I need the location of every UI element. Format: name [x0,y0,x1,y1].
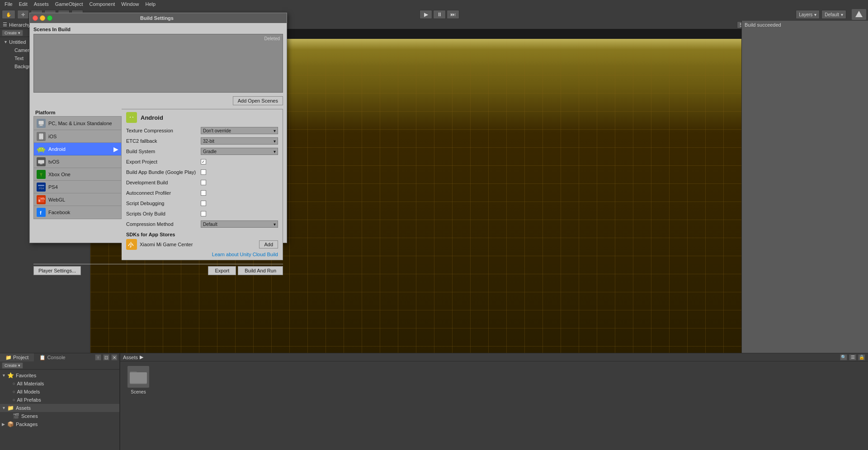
platform-item-facebook[interactable]: f Facebook [34,206,121,219]
tree-all-models[interactable]: ○ All Models [0,388,119,396]
platform-name-webgl: WebGL [48,197,65,202]
compression-method-dropdown[interactable]: Default ▾ [201,220,278,228]
svg-rect-26 [44,149,46,150]
svg-rect-12 [130,372,147,383]
build-system-value: Gradle [203,149,217,154]
scenes-list-deleted: Deleted [264,36,280,41]
menu-gameobject[interactable]: GameObject [52,0,86,8]
add-open-scenes-btn[interactable]: Add Open Scenes [233,96,283,105]
menu-help[interactable]: Help [142,0,158,8]
autoconnect-profiler-label: Autoconnect Profiler [126,190,201,196]
compression-method-arrow: ▾ [274,222,276,227]
assets-breadcrumb-bar: Assets ▶ 🔍 ☰ 🔒 [120,353,868,361]
tree-all-materials[interactable]: ○ All Materials [0,380,119,388]
export-project-checkbox[interactable] [201,159,206,164]
pause-button[interactable]: ⏸ [433,10,446,19]
hierarchy-icon: ☰ [3,22,7,28]
menu-edit[interactable]: Edit [16,0,30,8]
platform-item-webgl[interactable]: 5HTML WebGL [34,193,121,206]
dialog-close-btn[interactable] [33,15,38,21]
hand-tool[interactable]: ✋ [2,10,15,19]
setting-etc2-fallback: ETC2 fallback 32-bit ▾ [126,137,278,145]
assets-breadcrumb-arrow: ▶ [140,354,143,360]
tree-all-prefabs[interactable]: ○ All Prefabs [0,396,119,404]
platform-item-tvos[interactable]: tvOS [34,155,121,168]
player-settings-btn[interactable]: Player Settings... [33,266,81,275]
move-tool[interactable]: ✛ [17,10,29,19]
menu-assets[interactable]: Assets [31,0,52,8]
platform-item-xbox[interactable]: Xbox One [34,168,121,181]
dialog-minimize-btn[interactable] [40,15,45,21]
etc2-fallback-dropdown[interactable]: 32-bit ▾ [201,137,278,145]
project-icon-btn-2[interactable]: ⊡ [103,354,109,361]
svg-rect-17 [40,134,42,134]
build-app-bundle-checkbox[interactable] [201,169,206,175]
build-and-run-btn[interactable]: Build And Run [238,266,283,275]
etc2-fallback-value: 32-bit [203,139,214,144]
tab-project[interactable]: 📁 Project [0,353,34,361]
scripts-only-checkbox[interactable] [201,211,206,216]
platform-icon-tvos [37,157,46,166]
hierarchy-create-btn[interactable]: Create ▾ [2,30,23,36]
platform-item-ps4[interactable]: PS4 PS4 [34,181,121,193]
cloud-build-link[interactable]: Learn about Unity Cloud Build [212,252,278,257]
project-icon-btn-3[interactable]: ✕ [111,354,118,361]
project-icon-btn-1[interactable]: ↑ [95,354,101,361]
layers-dropdown[interactable]: Layers ▾ [796,10,820,19]
dialog-bottom: Player Settings... Export Build And Run [33,264,283,275]
assets-lock-icon[interactable]: 🔒 [858,354,865,361]
layout-dropdown[interactable]: Default ▾ [821,10,846,19]
tree-favorites[interactable]: ▼ ⭐ Favorites [0,371,119,380]
svg-rect-30 [40,164,42,164]
menu-window[interactable]: Window [118,0,142,8]
script-debugging-label: Script Debugging [126,201,201,206]
autoconnect-profiler-checkbox[interactable] [201,190,206,196]
platform-list-container: Platform PC, Mac & Linux Standalone [33,109,122,260]
platform-name-ios: iOS [48,134,57,139]
asset-scenes-folder[interactable]: Scenes [125,366,152,394]
bottom-area: 📁 Project 📋 Console ↑ ⊡ ✕ Create ▾ [0,353,868,450]
build-system-dropdown[interactable]: Gradle ▾ [201,148,278,155]
assets-search-icon[interactable]: 🔍 [840,354,847,361]
tab-console[interactable]: 📋 Console [34,353,71,361]
menu-file[interactable]: File [2,0,15,8]
tree-packages[interactable]: ▶ 📦 Packages [0,420,119,428]
asset-scenes-label: Scenes [131,389,146,394]
scenes-in-build-label: Scenes In Build [33,27,283,32]
setting-autoconnect-profiler: Autoconnect Profiler [126,189,278,197]
tree-assets[interactable]: ▼ 📁 Assets [0,404,119,412]
development-build-checkbox[interactable] [201,180,206,185]
sdk-add-btn[interactable]: Add [259,240,278,248]
hierarchy-title: Hierarchy [9,22,30,28]
platform-item-pc[interactable]: PC, Mac & Linux Standalone [34,117,121,130]
platform-item-ios[interactable]: iOS [34,130,121,143]
svg-text:f: f [40,210,42,216]
dialog-title-text: Build Settings [140,15,174,21]
svg-rect-27 [38,151,39,153]
script-debugging-checkbox[interactable] [201,201,206,206]
step-button[interactable]: ⏭ [447,10,459,19]
setting-development-build: Development Build [126,178,278,187]
project-create-btn[interactable]: Create ▾ [2,362,23,369]
compression-method-value: Default [203,222,217,227]
assets-filter-icon[interactable]: ☰ [849,354,856,361]
export-btn[interactable]: Export [208,266,236,275]
inspector-panel: Build succeeded [741,21,868,353]
platform-name-tvos: tvOS [48,159,59,164]
svg-rect-28 [43,151,44,153]
svg-rect-15 [39,126,43,126]
platform-name-ps4: PS4 [48,184,58,190]
export-project-label: Export Project [126,159,201,164]
platform-item-android[interactable]: Android ▶ [34,143,121,155]
project-tree: ▼ ⭐ Favorites ○ All Materials ○ All Mode… [0,370,119,430]
build-system-label: Build System [126,149,201,154]
menu-component[interactable]: Component [86,0,118,8]
setting-scripts-only: Scripts Only Build [126,210,278,218]
svg-rect-14 [40,125,42,126]
play-button[interactable]: ▶ [420,10,432,19]
platform-icon-webgl: 5HTML [37,195,46,204]
texture-compression-dropdown[interactable]: Don't override ▾ [201,127,278,134]
tree-scenes[interactable]: 🎬 Scenes [0,412,119,420]
dialog-maximize-btn[interactable] [47,15,52,21]
svg-rect-13 [38,121,44,125]
